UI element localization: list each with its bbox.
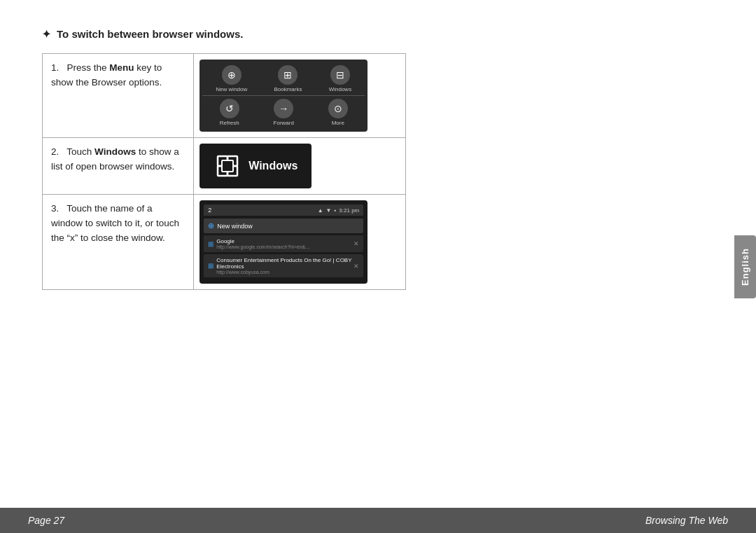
step-2-image-cell: Windows: [194, 138, 406, 195]
language-tab[interactable]: English: [734, 235, 756, 298]
windows-list-item-coby: ⊞ Consumer Entertainment Products On the…: [204, 254, 363, 277]
plus-icon: ✦: [42, 28, 51, 41]
more-label: More: [332, 120, 344, 126]
windows-status-icons: ▲ ▼ ▪ 3:21 pm: [318, 207, 360, 214]
windows-button-label: Windows: [248, 160, 298, 172]
windows-btn: ⊟ Windows: [329, 65, 351, 92]
new-window-list-icon: ⊕: [208, 221, 214, 230]
browser-menu-row-2: ↺ Refresh → Forward ⊙ More: [202, 99, 365, 126]
windows-item-text-group: Google http://www.google.com/m/search?hl…: [216, 238, 309, 249]
forward-label: Forward: [274, 120, 294, 126]
section-title: ✦ To switch between browser windows.: [42, 28, 630, 41]
windows-item-url: http://www.cobyusa.com: [216, 270, 354, 275]
footer-page: Page 27: [28, 515, 64, 526]
windows-icon: ⊟: [330, 65, 350, 85]
windows-item-title: Google: [216, 238, 309, 244]
windows-list-header: 2 ▲ ▼ ▪ 3:21 pm: [204, 205, 363, 216]
new-window-btn: ⊕ New window: [216, 65, 247, 92]
new-window-icon: ⊕: [222, 65, 241, 85]
close-window-icon: ✕: [354, 263, 359, 270]
step-2-text-cell: 2. Touch Windows to show a list of open …: [43, 138, 194, 195]
step-3-text-cell: 3. Touch the name of a window to switch …: [43, 195, 194, 290]
instruction-table: 1. Press the Menu key to show the Browse…: [42, 53, 406, 290]
step-3-image-cell: 2 ▲ ▼ ▪ 3:21 pm ⊕ New window: [194, 195, 406, 290]
wifi-icon: ▼: [326, 207, 332, 214]
windows-list-item-left: ⊞ Consumer Entertainment Products On the…: [208, 257, 354, 275]
refresh-btn: ↺ Refresh: [220, 99, 239, 126]
bookmarks-icon: ⊞: [278, 65, 298, 85]
refresh-label: Refresh: [220, 120, 239, 126]
table-row: 2. Touch Windows to show a list of open …: [43, 138, 406, 195]
windows-list-item-left: ⊞ Google http://www.google.com/m/search?…: [208, 238, 309, 249]
step-2-text: Touch Windows to show a list of open bro…: [51, 146, 179, 172]
windows-button-icon: [214, 152, 241, 180]
windows-list-item-google: ⊞ Google http://www.google.com/m/search?…: [204, 235, 363, 252]
forward-icon: →: [274, 99, 293, 118]
bookmarks-label: Bookmarks: [274, 86, 302, 92]
more-icon: ⊙: [328, 99, 348, 118]
section-title-text: To switch between browser windows.: [57, 28, 243, 40]
windows-item-text-group: Consumer Entertainment Products On the G…: [216, 257, 354, 275]
svg-rect-4: [222, 160, 233, 172]
new-window-list-label: New window: [217, 223, 253, 230]
step-3-number: 3.: [51, 203, 64, 214]
footer: Page 27 Browsing The Web: [0, 508, 756, 533]
time-display: 3:21 pm: [339, 207, 359, 214]
windows-count: 2: [208, 207, 211, 214]
bookmarks-btn: ⊞ Bookmarks: [274, 65, 302, 92]
forward-btn: → Forward: [274, 99, 294, 126]
windows-button-image: Windows: [200, 144, 312, 188]
more-btn: ⊙ More: [328, 99, 348, 126]
main-content: ✦ To switch between browser windows. 1. …: [0, 0, 672, 318]
page-icon: ⊞: [208, 262, 214, 270]
browser-menu-row-1: ⊕ New window ⊞ Bookmarks ⊟ Windows: [202, 65, 365, 92]
step-1-text-cell: 1. Press the Menu key to show the Browse…: [43, 54, 194, 138]
windows-label: Windows: [329, 86, 351, 92]
signal-icon: ▲: [318, 207, 323, 214]
windows-list-image: 2 ▲ ▼ ▪ 3:21 pm ⊕ New window: [200, 200, 368, 284]
footer-section: Browsing The Web: [645, 515, 728, 526]
step-2-number: 2.: [51, 146, 64, 157]
new-window-label: New window: [216, 86, 247, 92]
divider: [202, 95, 365, 96]
browser-options-image: ⊕ New window ⊞ Bookmarks ⊟ Windows: [200, 60, 368, 132]
step-1-image-cell: ⊕ New window ⊞ Bookmarks ⊟ Windows: [194, 54, 406, 138]
page-icon: ⊞: [208, 240, 214, 248]
table-row: 3. Touch the name of a window to switch …: [43, 195, 406, 290]
table-row: 1. Press the Menu key to show the Browse…: [43, 54, 406, 138]
new-window-list-item: ⊕ New window: [204, 219, 363, 233]
windows-item-title: Consumer Entertainment Products On the G…: [216, 257, 354, 270]
step-1-number: 1.: [51, 62, 64, 73]
windows-item-url: http://www.google.com/m/search?hl=en&...: [216, 244, 309, 249]
step-3-text: Touch the name of a window to switch to …: [51, 203, 179, 243]
battery-icon: ▪: [335, 207, 337, 214]
step-1-text: Press the Menu key to show the Browser o…: [51, 62, 162, 88]
close-window-icon: ✕: [354, 240, 359, 247]
refresh-icon: ↺: [220, 99, 239, 118]
